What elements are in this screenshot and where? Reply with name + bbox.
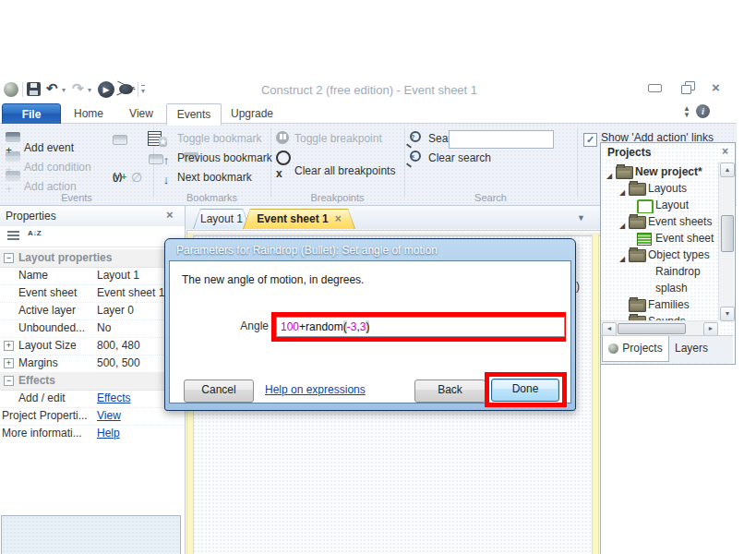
properties-close-icon[interactable]: × — [166, 209, 174, 222]
tab-events[interactable]: Events — [166, 103, 222, 126]
help-on-expressions-link[interactable]: Help on expressions — [265, 383, 366, 396]
tab-file[interactable]: File — [2, 103, 61, 126]
projects-horizontal-scrollbar[interactable]: ◄ ► — [601, 320, 718, 336]
prop-row-layout-size[interactable]: +Layout Size800, 480 — [0, 337, 184, 355]
previous-bookmark-button[interactable]: ↑Previous bookmark — [159, 150, 272, 166]
add-event-button[interactable]: +Add event — [6, 130, 74, 147]
globe-icon — [608, 343, 618, 354]
about-icon[interactable]: i — [696, 104, 710, 118]
scrollbar-thumb[interactable] — [721, 215, 734, 252]
scroll-down-icon[interactable]: ▼ — [720, 307, 735, 321]
undo-dropdown-icon[interactable]: ▾ — [62, 86, 66, 94]
tree-item-families[interactable]: Families — [601, 296, 717, 313]
tree-item-layout[interactable]: Layout — [601, 197, 717, 213]
sort-az-icon[interactable]: A↓Z — [28, 230, 42, 237]
minimize-button[interactable] — [648, 79, 666, 96]
cancel-button[interactable]: Cancel — [184, 379, 254, 403]
next-bookmark-button[interactable]: ↓Next bookmark — [159, 169, 252, 186]
clear-all-breakpoints-button[interactable]: xClear all breakpoints — [276, 150, 395, 166]
effects-link[interactable]: Effects — [97, 390, 130, 407]
undo-icon[interactable]: ↶ — [46, 81, 58, 95]
clear-search-button[interactable]: ×Clear search — [410, 150, 491, 166]
properties-title: Properties — [6, 210, 56, 223]
tab-home[interactable]: Home — [61, 103, 116, 124]
sheet-top-strip — [186, 230, 601, 236]
expr-number: 100 — [281, 320, 299, 333]
scroll-right-icon[interactable]: ► — [703, 322, 718, 336]
expr-function: random — [306, 320, 343, 333]
tab-view[interactable]: View — [118, 103, 164, 124]
save-icon[interactable] — [27, 82, 41, 96]
tree-item-event-sheets[interactable]: ◢ Event sheets — [601, 213, 717, 230]
search-input[interactable] — [449, 130, 554, 149]
ribbon-tab-row: File Home View Events Upgrade ▲▼ i — [0, 102, 737, 124]
group-label-bookmarks: Bookmarks — [153, 191, 270, 204]
restore-button[interactable] — [681, 80, 700, 97]
divider — [138, 82, 138, 97]
scroll-left-icon[interactable]: ◄ — [602, 322, 617, 336]
category-layout-properties[interactable]: −Layout properties — [0, 249, 184, 268]
tab-layers[interactable]: Layers — [669, 336, 714, 361]
help-link[interactable]: Help — [97, 425, 120, 442]
tab-event-sheet-1[interactable]: Event sheet 1× — [243, 209, 355, 229]
tree-item-raindrop[interactable]: Raindrop — [601, 263, 717, 280]
prop-row-event-sheet[interactable]: Event sheetEvent sheet 1 — [0, 284, 184, 303]
expander-icon[interactable]: ◢ — [619, 218, 625, 230]
property-description-box — [1, 515, 181, 554]
close-button[interactable]: × — [712, 81, 720, 94]
folder-icon — [629, 249, 646, 262]
group-label-events: Events — [0, 191, 153, 204]
add-include-icon — [113, 131, 127, 146]
prop-row-active-layer[interactable]: Active layerLayer 0 — [0, 302, 184, 320]
prop-row-add-edit: Add / editEffects — [0, 390, 184, 408]
tree-item-new-project[interactable]: ◢ New project* — [601, 163, 717, 180]
tree-item-object-types[interactable]: ◢ Object types — [601, 247, 717, 263]
tree-item-event-sheet-1[interactable]: Event sheet 1 — [601, 230, 717, 247]
tab-close-icon[interactable]: × — [335, 212, 342, 225]
tree-item-splash[interactable]: splash — [601, 280, 717, 296]
tab-overflow-icon[interactable]: ▼ — [577, 213, 585, 223]
tree-item-layouts[interactable]: ◢ Layouts — [601, 180, 717, 197]
properties-header: Properties × — [0, 206, 185, 226]
group-separator — [404, 127, 405, 198]
expander-icon[interactable]: ◢ — [606, 168, 612, 180]
debug-icon[interactable] — [119, 84, 133, 94]
add-action-icon: + — [6, 169, 20, 184]
arrow-up-icon: ↑ — [159, 152, 174, 167]
prop-row-name[interactable]: NameLayout 1 — [0, 267, 184, 285]
tab-projects[interactable]: Projects — [602, 336, 669, 362]
group-label-search: Search — [404, 191, 577, 204]
folder-icon — [629, 216, 646, 229]
folder-icon — [629, 299, 646, 312]
scrollbar-thumb[interactable] — [618, 323, 686, 334]
run-layout-icon[interactable]: ▶ — [98, 81, 114, 98]
add-global-variable-icon[interactable]: (y)+ — [113, 172, 126, 182]
view-link[interactable]: View — [97, 407, 121, 425]
parameters-dialog: Parameters for Raindrop (Bullet): Set an… — [164, 238, 576, 411]
qat-customize-icon[interactable]: ▾ — [141, 85, 145, 95]
done-button[interactable]: Done — [491, 379, 559, 402]
redo-dropdown-icon[interactable]: ▾ — [88, 86, 91, 94]
projects-close-icon[interactable]: × — [722, 145, 728, 158]
ribbon-minimize-icon[interactable]: ▲▼ — [683, 105, 690, 118]
angle-expression-input[interactable]: 100+random(-3,3) — [276, 317, 565, 337]
prop-row-margins[interactable]: +Margins500, 500 — [0, 355, 184, 373]
toggle-bookmark-button: ★Toggle bookmark — [159, 130, 261, 147]
projects-vertical-scrollbar[interactable]: ▲ ▼ — [718, 162, 734, 320]
categorized-view-icon[interactable] — [7, 231, 19, 241]
checkbox-check-icon: ✓ — [583, 133, 597, 147]
scroll-up-icon[interactable]: ▲ — [720, 163, 735, 177]
tab-layout-1[interactable]: Layout 1 — [193, 209, 250, 229]
folder-icon — [629, 183, 646, 196]
expander-icon[interactable]: ◢ — [619, 251, 625, 263]
tab-upgrade[interactable]: Upgrade — [222, 103, 282, 124]
back-button[interactable]: Back — [414, 379, 486, 403]
tree-item-sounds[interactable]: Sounds — [601, 313, 717, 320]
properties-toolbar: A↓Z — [0, 226, 185, 247]
expander-icon[interactable]: ◢ — [619, 185, 625, 197]
window-title: Construct 2 (free edition) - Event sheet… — [185, 83, 554, 97]
category-effects[interactable]: −Effects — [0, 372, 184, 391]
prop-row-unbounded[interactable]: Unbounded...No — [0, 319, 184, 338]
clear-search-icon: × — [410, 150, 425, 164]
event-sheet-icon — [637, 233, 652, 246]
